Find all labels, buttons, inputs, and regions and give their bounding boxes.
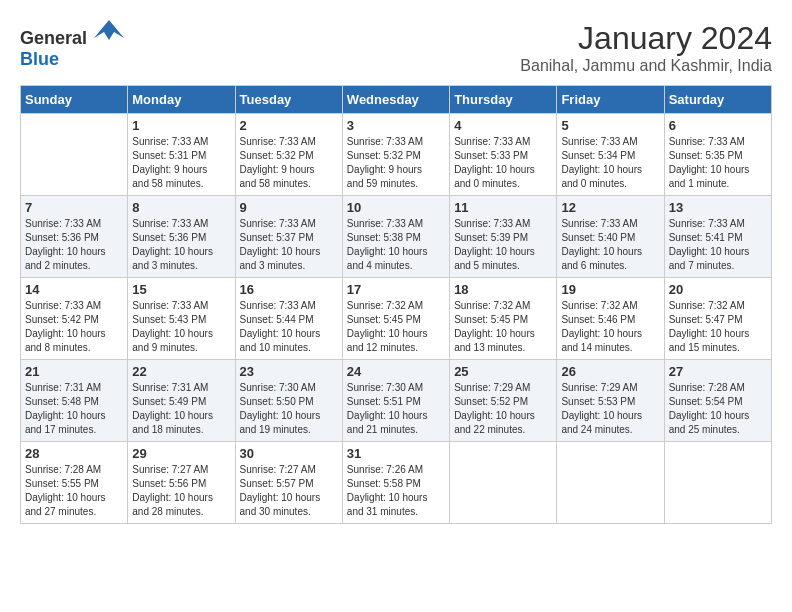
calendar-cell: 24Sunrise: 7:30 AMSunset: 5:51 PMDayligh… <box>342 360 449 442</box>
calendar-cell: 14Sunrise: 7:33 AMSunset: 5:42 PMDayligh… <box>21 278 128 360</box>
calendar-cell: 30Sunrise: 7:27 AMSunset: 5:57 PMDayligh… <box>235 442 342 524</box>
day-detail: Sunrise: 7:33 AMSunset: 5:34 PMDaylight:… <box>561 135 659 191</box>
calendar-cell: 4Sunrise: 7:33 AMSunset: 5:33 PMDaylight… <box>450 114 557 196</box>
calendar-header-saturday: Saturday <box>664 86 771 114</box>
calendar-cell: 22Sunrise: 7:31 AMSunset: 5:49 PMDayligh… <box>128 360 235 442</box>
calendar-cell: 13Sunrise: 7:33 AMSunset: 5:41 PMDayligh… <box>664 196 771 278</box>
calendar-header-tuesday: Tuesday <box>235 86 342 114</box>
calendar-cell: 23Sunrise: 7:30 AMSunset: 5:50 PMDayligh… <box>235 360 342 442</box>
calendar-cell: 2Sunrise: 7:33 AMSunset: 5:32 PMDaylight… <box>235 114 342 196</box>
calendar-table: SundayMondayTuesdayWednesdayThursdayFrid… <box>20 85 772 524</box>
day-detail: Sunrise: 7:30 AMSunset: 5:50 PMDaylight:… <box>240 381 338 437</box>
title-block: January 2024 Banihal, Jammu and Kashmir,… <box>520 20 772 75</box>
calendar-cell: 20Sunrise: 7:32 AMSunset: 5:47 PMDayligh… <box>664 278 771 360</box>
day-number: 3 <box>347 118 445 133</box>
day-number: 6 <box>669 118 767 133</box>
calendar-header-row: SundayMondayTuesdayWednesdayThursdayFrid… <box>21 86 772 114</box>
calendar-cell: 18Sunrise: 7:32 AMSunset: 5:45 PMDayligh… <box>450 278 557 360</box>
calendar-cell: 5Sunrise: 7:33 AMSunset: 5:34 PMDaylight… <box>557 114 664 196</box>
day-detail: Sunrise: 7:33 AMSunset: 5:39 PMDaylight:… <box>454 217 552 273</box>
calendar-cell <box>664 442 771 524</box>
day-detail: Sunrise: 7:33 AMSunset: 5:42 PMDaylight:… <box>25 299 123 355</box>
day-number: 11 <box>454 200 552 215</box>
day-detail: Sunrise: 7:30 AMSunset: 5:51 PMDaylight:… <box>347 381 445 437</box>
day-detail: Sunrise: 7:33 AMSunset: 5:36 PMDaylight:… <box>25 217 123 273</box>
day-number: 18 <box>454 282 552 297</box>
day-number: 16 <box>240 282 338 297</box>
calendar-cell: 7Sunrise: 7:33 AMSunset: 5:36 PMDaylight… <box>21 196 128 278</box>
calendar-week-row: 21Sunrise: 7:31 AMSunset: 5:48 PMDayligh… <box>21 360 772 442</box>
day-number: 4 <box>454 118 552 133</box>
calendar-cell: 19Sunrise: 7:32 AMSunset: 5:46 PMDayligh… <box>557 278 664 360</box>
calendar-cell: 31Sunrise: 7:26 AMSunset: 5:58 PMDayligh… <box>342 442 449 524</box>
calendar-cell: 21Sunrise: 7:31 AMSunset: 5:48 PMDayligh… <box>21 360 128 442</box>
day-detail: Sunrise: 7:33 AMSunset: 5:32 PMDaylight:… <box>347 135 445 191</box>
logo-text: General Blue <box>20 20 124 70</box>
day-detail: Sunrise: 7:33 AMSunset: 5:43 PMDaylight:… <box>132 299 230 355</box>
day-detail: Sunrise: 7:33 AMSunset: 5:31 PMDaylight:… <box>132 135 230 191</box>
day-detail: Sunrise: 7:28 AMSunset: 5:54 PMDaylight:… <box>669 381 767 437</box>
calendar-cell: 6Sunrise: 7:33 AMSunset: 5:35 PMDaylight… <box>664 114 771 196</box>
day-detail: Sunrise: 7:32 AMSunset: 5:45 PMDaylight:… <box>454 299 552 355</box>
day-number: 31 <box>347 446 445 461</box>
day-detail: Sunrise: 7:33 AMSunset: 5:41 PMDaylight:… <box>669 217 767 273</box>
day-number: 25 <box>454 364 552 379</box>
day-detail: Sunrise: 7:33 AMSunset: 5:40 PMDaylight:… <box>561 217 659 273</box>
calendar-cell: 17Sunrise: 7:32 AMSunset: 5:45 PMDayligh… <box>342 278 449 360</box>
calendar-cell: 10Sunrise: 7:33 AMSunset: 5:38 PMDayligh… <box>342 196 449 278</box>
calendar-cell: 8Sunrise: 7:33 AMSunset: 5:36 PMDaylight… <box>128 196 235 278</box>
day-detail: Sunrise: 7:27 AMSunset: 5:56 PMDaylight:… <box>132 463 230 519</box>
day-detail: Sunrise: 7:31 AMSunset: 5:48 PMDaylight:… <box>25 381 123 437</box>
logo-blue: Blue <box>20 49 59 69</box>
calendar-cell: 11Sunrise: 7:33 AMSunset: 5:39 PMDayligh… <box>450 196 557 278</box>
day-number: 13 <box>669 200 767 215</box>
calendar-header-monday: Monday <box>128 86 235 114</box>
day-number: 8 <box>132 200 230 215</box>
day-number: 24 <box>347 364 445 379</box>
calendar-cell: 9Sunrise: 7:33 AMSunset: 5:37 PMDaylight… <box>235 196 342 278</box>
day-number: 29 <box>132 446 230 461</box>
page-title: January 2024 <box>520 20 772 57</box>
day-detail: Sunrise: 7:33 AMSunset: 5:35 PMDaylight:… <box>669 135 767 191</box>
calendar-week-row: 28Sunrise: 7:28 AMSunset: 5:55 PMDayligh… <box>21 442 772 524</box>
calendar-cell: 25Sunrise: 7:29 AMSunset: 5:52 PMDayligh… <box>450 360 557 442</box>
calendar-cell: 16Sunrise: 7:33 AMSunset: 5:44 PMDayligh… <box>235 278 342 360</box>
calendar-cell <box>21 114 128 196</box>
day-detail: Sunrise: 7:27 AMSunset: 5:57 PMDaylight:… <box>240 463 338 519</box>
calendar-cell: 15Sunrise: 7:33 AMSunset: 5:43 PMDayligh… <box>128 278 235 360</box>
calendar-header-thursday: Thursday <box>450 86 557 114</box>
calendar-cell <box>450 442 557 524</box>
day-number: 27 <box>669 364 767 379</box>
day-number: 22 <box>132 364 230 379</box>
day-number: 19 <box>561 282 659 297</box>
day-number: 20 <box>669 282 767 297</box>
day-number: 9 <box>240 200 338 215</box>
day-detail: Sunrise: 7:31 AMSunset: 5:49 PMDaylight:… <box>132 381 230 437</box>
logo-bird-icon <box>94 20 124 44</box>
calendar-cell: 27Sunrise: 7:28 AMSunset: 5:54 PMDayligh… <box>664 360 771 442</box>
day-number: 30 <box>240 446 338 461</box>
day-detail: Sunrise: 7:29 AMSunset: 5:53 PMDaylight:… <box>561 381 659 437</box>
day-number: 26 <box>561 364 659 379</box>
day-detail: Sunrise: 7:26 AMSunset: 5:58 PMDaylight:… <box>347 463 445 519</box>
calendar-header-wednesday: Wednesday <box>342 86 449 114</box>
day-detail: Sunrise: 7:33 AMSunset: 5:36 PMDaylight:… <box>132 217 230 273</box>
day-number: 23 <box>240 364 338 379</box>
page-subtitle: Banihal, Jammu and Kashmir, India <box>520 57 772 75</box>
day-detail: Sunrise: 7:33 AMSunset: 5:44 PMDaylight:… <box>240 299 338 355</box>
calendar-header-sunday: Sunday <box>21 86 128 114</box>
day-number: 21 <box>25 364 123 379</box>
calendar-cell: 12Sunrise: 7:33 AMSunset: 5:40 PMDayligh… <box>557 196 664 278</box>
day-number: 5 <box>561 118 659 133</box>
day-detail: Sunrise: 7:28 AMSunset: 5:55 PMDaylight:… <box>25 463 123 519</box>
day-number: 12 <box>561 200 659 215</box>
calendar-cell: 3Sunrise: 7:33 AMSunset: 5:32 PMDaylight… <box>342 114 449 196</box>
day-detail: Sunrise: 7:33 AMSunset: 5:37 PMDaylight:… <box>240 217 338 273</box>
calendar-week-row: 1Sunrise: 7:33 AMSunset: 5:31 PMDaylight… <box>21 114 772 196</box>
day-detail: Sunrise: 7:33 AMSunset: 5:38 PMDaylight:… <box>347 217 445 273</box>
calendar-cell: 28Sunrise: 7:28 AMSunset: 5:55 PMDayligh… <box>21 442 128 524</box>
calendar-week-row: 14Sunrise: 7:33 AMSunset: 5:42 PMDayligh… <box>21 278 772 360</box>
day-number: 14 <box>25 282 123 297</box>
calendar-cell: 26Sunrise: 7:29 AMSunset: 5:53 PMDayligh… <box>557 360 664 442</box>
logo-general: General <box>20 28 87 48</box>
